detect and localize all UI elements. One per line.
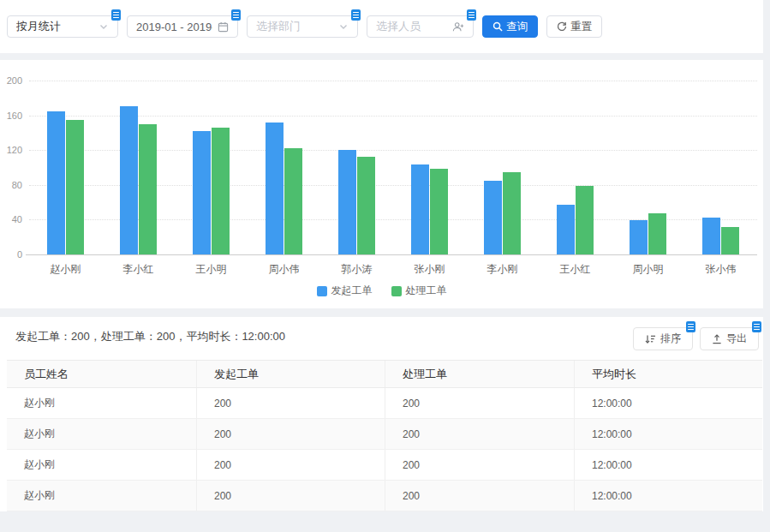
header-cell: 员工姓名 xyxy=(7,361,196,387)
bar-group xyxy=(102,81,175,254)
bar-group xyxy=(320,81,393,254)
workorder-table: 员工姓名 发起工单 处理工单 平均时长 赵小刚20020012:00:00赵小刚… xyxy=(7,360,762,511)
person-input[interactable]: 选择人员 xyxy=(367,15,474,38)
y-axis-label: 120 xyxy=(0,145,22,155)
table-row: 赵小刚20020012:00:00 xyxy=(7,481,762,511)
y-axis-label: 160 xyxy=(0,111,22,121)
bar-处理工单[interactable] xyxy=(284,148,302,254)
query-button[interactable]: 查询 xyxy=(482,15,538,38)
table-cell: 200 xyxy=(385,419,574,449)
workorder-panel: 发起工单：200，处理工单：200，平均时长：12:00:00 排序 导出 员工… xyxy=(0,317,763,511)
x-axis-label: 张小刚 xyxy=(393,262,466,277)
x-axis-label: 李小刚 xyxy=(466,262,539,277)
department-select[interactable]: 选择部门 xyxy=(247,15,358,38)
summary-text: 发起工单：200，处理工单：200，平均时长：12:00:00 xyxy=(15,329,285,344)
legend-swatch xyxy=(391,286,402,296)
bar-发起工单[interactable] xyxy=(557,205,575,254)
bar-plot xyxy=(29,81,757,254)
bar-发起工单[interactable] xyxy=(630,220,648,254)
table-row: 赵小刚20020012:00:00 xyxy=(7,450,762,481)
bar-处理工单[interactable] xyxy=(648,213,666,254)
bar-group xyxy=(466,81,539,254)
sort-button[interactable]: 排序 xyxy=(633,327,693,350)
bar-group xyxy=(248,81,320,254)
bar-发起工单[interactable] xyxy=(338,150,356,254)
bar-处理工单[interactable] xyxy=(139,124,157,254)
bar-group xyxy=(539,81,612,254)
list-badge-icon[interactable] xyxy=(231,9,241,21)
legend: 发起工单处理工单 xyxy=(0,284,763,298)
legend-item[interactable]: 发起工单 xyxy=(317,284,373,298)
bar-处理工单[interactable] xyxy=(357,157,375,254)
query-button-label: 查询 xyxy=(506,20,528,34)
x-axis-line xyxy=(26,254,757,255)
bar-处理工单[interactable] xyxy=(503,172,521,254)
table-cell: 赵小刚 xyxy=(7,450,196,480)
date-range-value: 2019-01 - 2019-12 xyxy=(136,21,212,33)
x-axis-label: 李小红 xyxy=(102,262,175,277)
export-button-label: 导出 xyxy=(726,332,747,346)
date-range-input[interactable]: 2019-01 - 2019-12 xyxy=(127,15,238,38)
table-row: 赵小刚20020012:00:00 xyxy=(7,419,762,450)
sort-icon xyxy=(645,334,656,344)
x-axis-label: 郭小涛 xyxy=(320,262,393,277)
list-badge-icon[interactable] xyxy=(686,321,695,332)
bar-发起工单[interactable] xyxy=(411,164,429,254)
table-cell: 200 xyxy=(196,419,385,449)
chevron-down-icon xyxy=(338,21,349,32)
reset-button-label: 重置 xyxy=(570,20,592,34)
table-cell: 12:00:00 xyxy=(574,450,762,480)
bar-处理工单[interactable] xyxy=(721,227,739,254)
x-axis-label: 周小明 xyxy=(612,262,684,277)
stat-type-value: 按月统计 xyxy=(16,19,93,34)
bar-group xyxy=(612,81,684,254)
table-actions: 排序 导出 xyxy=(633,327,759,350)
x-axis-label: 王小明 xyxy=(175,262,248,277)
y-axis-label: 0 xyxy=(0,249,22,260)
calendar-icon xyxy=(218,21,229,33)
table-cell: 12:00:00 xyxy=(574,481,762,511)
bar-chart: 04080120160200 赵小刚李小红王小明周小伟郭小涛张小刚李小刚王小红周… xyxy=(0,60,763,308)
bar-处理工单[interactable] xyxy=(212,128,230,254)
table-cell: 赵小刚 xyxy=(7,481,196,511)
legend-item[interactable]: 处理工单 xyxy=(391,284,447,298)
table-cell: 200 xyxy=(385,388,574,418)
x-axis-label: 张小伟 xyxy=(684,262,757,277)
refresh-icon xyxy=(557,21,567,32)
bar-发起工单[interactable] xyxy=(266,123,284,254)
table-header: 员工姓名 发起工单 处理工单 平均时长 xyxy=(7,360,762,388)
export-button[interactable]: 导出 xyxy=(700,327,759,350)
stat-type-select[interactable]: 按月统计 xyxy=(7,15,118,38)
search-icon xyxy=(492,21,503,32)
reset-button[interactable]: 重置 xyxy=(546,15,602,38)
bar-发起工单[interactable] xyxy=(702,218,720,254)
y-axis-label: 200 xyxy=(0,75,22,86)
bar-发起工单[interactable] xyxy=(484,181,502,254)
table-cell: 12:00:00 xyxy=(574,419,762,449)
bar-处理工单[interactable] xyxy=(576,186,594,254)
chevron-down-icon xyxy=(98,21,109,32)
table-cell: 赵小刚 xyxy=(7,388,196,418)
list-badge-icon[interactable] xyxy=(752,321,761,332)
header-cell: 发起工单 xyxy=(196,361,385,387)
header-cell: 平均时长 xyxy=(574,361,762,387)
sort-button-label: 排序 xyxy=(660,332,681,346)
bar-发起工单[interactable] xyxy=(193,131,211,254)
filter-toolbar: 按月统计 2019-01 - 2019-12 选择部门 选择人员 查询 xyxy=(0,0,763,53)
bar-处理工单[interactable] xyxy=(66,120,84,254)
list-badge-icon[interactable] xyxy=(111,9,121,21)
list-badge-icon[interactable] xyxy=(467,9,476,21)
table-cell: 12:00:00 xyxy=(574,388,762,418)
bar-group xyxy=(684,81,757,254)
table-cell: 赵小刚 xyxy=(7,419,196,449)
bar-发起工单[interactable] xyxy=(47,111,65,254)
y-axis-label: 80 xyxy=(0,180,22,190)
bar-处理工单[interactable] xyxy=(430,169,448,254)
list-badge-icon[interactable] xyxy=(351,9,361,21)
person-placeholder: 选择人员 xyxy=(376,19,447,34)
table-row: 赵小刚20020012:00:00 xyxy=(7,388,762,419)
bar-group xyxy=(175,81,248,254)
x-axis-label: 王小红 xyxy=(539,262,612,277)
bar-发起工单[interactable] xyxy=(120,106,138,254)
bar-group xyxy=(393,81,466,254)
